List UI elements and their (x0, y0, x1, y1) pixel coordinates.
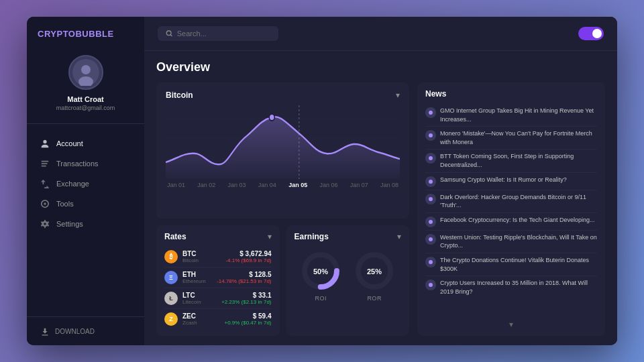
news-dot-1 (425, 130, 436, 141)
roi-donut-svg: 50% (299, 249, 342, 292)
btc-value: $ 3,672.94 (239, 250, 271, 257)
sidebar-item-settings-label: Settings (56, 220, 83, 228)
rates-chevron-icon[interactable]: ▾ (268, 232, 272, 241)
profile-email: mattcroat@gmail.com (56, 105, 115, 111)
download-icon (40, 326, 50, 336)
rate-ltc-left: Ł LTC Litecoin (164, 292, 201, 305)
search-input[interactable] (177, 29, 270, 38)
roi-label: ROI (315, 295, 327, 302)
news-title: News (425, 89, 597, 99)
x-label-4: Jan 05 (288, 182, 307, 188)
download-label: DOWNLOAD (55, 328, 95, 335)
eth-value: $ 128.5 (249, 271, 271, 278)
news-item-2[interactable]: BTT Token Coming Soon, First Step in Sup… (425, 149, 597, 172)
news-text-2: BTT Token Coming Soon, First Step in Sup… (440, 152, 597, 169)
bitcoin-chart-svg (166, 105, 400, 179)
x-label-0: Jan 01 (167, 182, 185, 188)
sidebar-nav: Account Transactions Exchange Tools Sett… (27, 124, 144, 316)
rate-btc: ₿ BTC Bitcoin $ 3,672.94 -4.1% ($69. (164, 247, 272, 267)
download-button[interactable]: DOWNLOAD (27, 316, 144, 345)
earnings-chevron-icon[interactable]: ▾ (397, 232, 401, 241)
svg-text:25%: 25% (367, 267, 382, 276)
news-text-8: Crypto Users Increased to 35 Million in … (440, 279, 597, 296)
logo: CRYPTOBUBBLE (27, 17, 144, 48)
news-item-8[interactable]: Crypto Users Increased to 35 Million in … (425, 276, 597, 298)
news-dot-8 (425, 280, 436, 290)
sidebar: CRYPTOBUBBLE Matt Croat mattcroat@gmail.… (27, 17, 144, 345)
news-text-4: Dark Overlord: Hacker Group Demands Bitc… (440, 193, 597, 210)
sidebar-item-account-label: Account (56, 139, 83, 147)
ltc-change: +2.23% ($2.13 in 7d) (221, 299, 272, 305)
x-label-2: Jan 03 (228, 182, 246, 188)
chart-peak-dot (269, 114, 274, 121)
chart-x-axis: Jan 01 Jan 02 Jan 03 Jan 04 Jan 05 Jan 0… (166, 179, 400, 188)
eth-fullname: Ethereum (182, 278, 206, 284)
theme-toggle[interactable] (578, 27, 604, 40)
news-item-4[interactable]: Dark Overlord: Hacker Group Demands Bitc… (425, 190, 597, 213)
ror-label: ROR (367, 295, 382, 302)
avatar (68, 55, 103, 90)
news-dot-5 (425, 217, 436, 227)
rate-zec-left: Z ZEC Zcash (164, 312, 197, 326)
news-text-1: Monero 'Mistake'—Now You Can't Pay for F… (440, 129, 597, 146)
eth-icon: Ξ (164, 271, 178, 284)
btc-rate-right: $ 3,672.94 -4.1% ($69.9 in 7d) (225, 250, 271, 263)
news-item-5[interactable]: Facebook Cryptocurrency: Is the Tech Gia… (425, 213, 597, 231)
chart-chevron-icon[interactable]: ▾ (396, 90, 400, 100)
settings-icon (40, 219, 50, 229)
svg-point-3 (44, 202, 46, 205)
ltc-icon: Ł (164, 292, 178, 305)
sidebar-item-transactions[interactable]: Transactions (27, 154, 144, 174)
ltc-fullname: Litecoin (182, 299, 201, 305)
news-item-7[interactable]: The Crypto Donations Continue! Vitalik B… (425, 253, 597, 276)
x-label-1: Jan 02 (197, 182, 215, 188)
news-dot-2 (425, 153, 436, 164)
news-item-0[interactable]: GMO Internet Group Takes Big Hit in Mini… (425, 104, 597, 127)
transactions-icon (40, 159, 50, 168)
x-label-5: Jan 06 (319, 182, 337, 188)
tools-icon (40, 199, 50, 208)
search-icon (166, 29, 173, 38)
news-text-5: Facebook Cryptocurrency: Is the Tech Gia… (440, 216, 594, 225)
logo-part2: BUBBLE (75, 29, 113, 39)
ltc-rate-right: $ 33.1 +2.23% ($2.13 in 7d) (221, 292, 272, 305)
chart-title: Bitcoin (166, 90, 193, 100)
sidebar-item-exchange[interactable]: Exchange (27, 174, 144, 194)
rates-list: ₿ BTC Bitcoin $ 3,672.94 -4.1% ($69. (164, 247, 272, 329)
news-dot-0 (425, 107, 436, 118)
logo-part1: CRYPTO (38, 29, 75, 39)
avatar-image (72, 59, 99, 86)
sidebar-item-tools[interactable]: Tools (27, 194, 144, 214)
zec-icon: Z (164, 312, 178, 326)
earnings-card: Earnings ▾ 50% (286, 225, 410, 336)
app-window: CRYPTOBUBBLE Matt Croat mattcroat@gmail.… (27, 17, 617, 345)
zec-change: +0.9% ($0.47 in 7d) (224, 320, 271, 326)
zec-rate-right: $ 59.4 +0.9% ($0.47 in 7d) (224, 312, 271, 326)
rates-header: Rates ▾ (164, 232, 272, 241)
search-bar[interactable] (158, 26, 278, 41)
news-item-1[interactable]: Monero 'Mistake'—Now You Can't Pay for F… (425, 127, 597, 149)
news-item-6[interactable]: Western Union: Testing Ripple's Blockcha… (425, 231, 597, 253)
content-area: Overview Bitcoin ▾ (144, 51, 617, 345)
content-grid: Bitcoin ▾ (156, 82, 605, 336)
header (144, 17, 617, 51)
chart-area (166, 105, 400, 179)
news-item-3[interactable]: Samsung Crypto Wallet: Is It Rumor or Re… (425, 173, 597, 190)
btc-symbol: BTC (182, 250, 199, 257)
news-dot-6 (425, 234, 436, 245)
sidebar-item-account[interactable]: Account (27, 133, 144, 154)
news-scroll-down[interactable]: ▾ (425, 320, 597, 329)
news-dot-3 (425, 176, 436, 187)
btc-fullname: Bitcoin (182, 257, 199, 263)
x-label-6: Jan 07 (350, 182, 368, 188)
news-list: GMO Internet Group Takes Big Hit in Mini… (425, 104, 597, 316)
sidebar-item-transactions-label: Transactions (56, 160, 99, 168)
ltc-name-group: LTC Litecoin (182, 292, 201, 305)
news-text-0: GMO Internet Group Takes Big Hit in Mini… (440, 107, 597, 123)
sidebar-item-settings[interactable]: Settings (27, 214, 144, 234)
svg-line-5 (170, 35, 172, 36)
eth-symbol: ETH (182, 271, 206, 278)
rates-title: Rates (164, 232, 186, 241)
eth-rate-right: $ 128.5 -14.78% ($21.53 in 7d) (217, 271, 271, 284)
earnings-title: Earnings (294, 232, 329, 241)
